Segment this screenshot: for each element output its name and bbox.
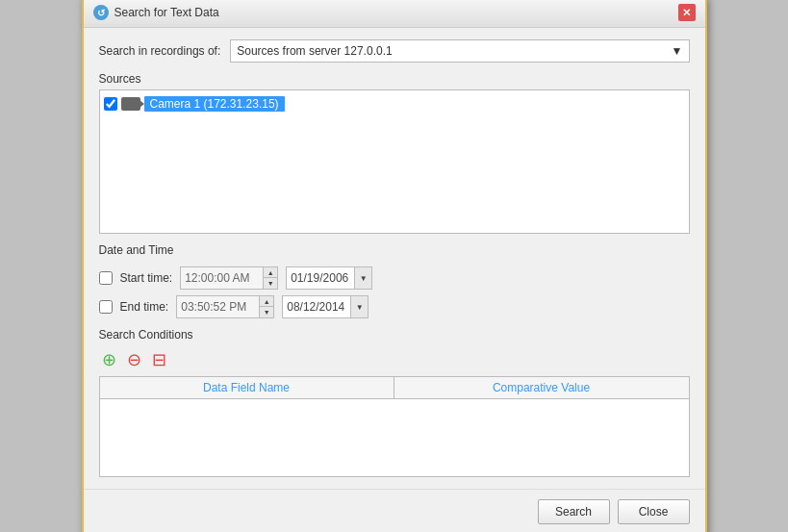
start-date-input-group: ▼ [286,266,372,290]
search-in-label: Search in recordings of: [99,44,221,58]
camera-icon [121,97,140,111]
close-window-button[interactable]: ✕ [678,4,696,21]
list-item: Camera 1 (172.31.23.15) [104,94,685,114]
source-name[interactable]: Camera 1 (172.31.23.15) [144,96,285,112]
add-condition-button[interactable]: ⊕ [99,349,120,370]
end-time-input[interactable] [177,296,259,317]
start-date-input[interactable] [287,267,354,289]
start-date-dropdown[interactable]: ▼ [354,267,371,289]
end-date-dropdown[interactable]: ▼ [350,296,368,317]
end-time-label: End time: [120,300,169,314]
conditions-table-header: Data Field Name Comparative Value [100,377,689,399]
search-conditions-label: Search Conditions [99,328,690,342]
end-time-input-group: ▲ ▼ [176,295,274,318]
start-time-spinner: ▲ ▼ [263,267,277,289]
close-button[interactable]: Close [618,499,690,524]
sources-section: Sources Camera 1 (172.31.23.15) [99,72,690,234]
end-time-row: End time: ▲ ▼ ▼ [99,295,690,318]
start-time-input-group: ▲ ▼ [180,266,278,290]
search-conditions-section: Search Conditions ⊕ ⊖ ⊟ Data Field Name … [99,328,690,477]
start-time-label: Start time: [120,271,173,285]
dialog-footer: Search Close [84,489,705,532]
source-checkbox[interactable] [104,97,117,111]
start-time-row: Start time: ▲ ▼ ▼ [99,266,690,290]
server-value: Sources from server 127.0.0.1 [237,44,392,58]
end-date-input-group: ▼ [282,295,369,318]
col-data-field-name: Data Field Name [100,377,394,398]
datetime-section: Date and Time Start time: ▲ ▼ ▼ [99,243,690,318]
conditions-table: Data Field Name Comparative Value [99,376,690,477]
search-button[interactable]: Search [538,499,610,524]
server-dropdown[interactable]: Sources from server 127.0.0.1 ▼ [230,39,689,63]
clear-conditions-button[interactable]: ⊟ [149,349,170,370]
end-date-input[interactable] [283,296,350,317]
conditions-table-body [100,399,689,476]
end-time-spin-up[interactable]: ▲ [260,296,273,307]
server-dropdown-arrow: ▼ [672,44,683,58]
start-time-checkbox[interactable] [99,271,113,285]
conditions-toolbar: ⊕ ⊖ ⊟ [99,349,690,370]
title-bar: ↺ Search for Text Data ✕ [84,0,705,28]
start-time-spin-up[interactable]: ▲ [264,267,277,278]
end-time-checkbox[interactable] [99,300,113,314]
dialog-icon: ↺ [93,5,109,20]
dialog: ↺ Search for Text Data ✕ Search in recor… [82,0,707,532]
start-time-spin-down[interactable]: ▼ [264,278,277,289]
end-time-spinner: ▲ ▼ [259,296,273,317]
end-time-spin-down[interactable]: ▼ [260,307,273,317]
title-bar-left: ↺ Search for Text Data [93,5,219,20]
start-time-input[interactable] [181,267,263,289]
dialog-title: Search for Text Data [114,6,219,19]
col-comparative-value: Comparative Value [394,377,689,398]
datetime-label: Date and Time [99,243,690,257]
remove-condition-button[interactable]: ⊖ [124,349,145,370]
dialog-content: Search in recordings of: Sources from se… [84,28,705,489]
sources-box: Camera 1 (172.31.23.15) [99,89,690,234]
sources-label: Sources [99,72,690,86]
search-in-row: Search in recordings of: Sources from se… [99,39,690,63]
